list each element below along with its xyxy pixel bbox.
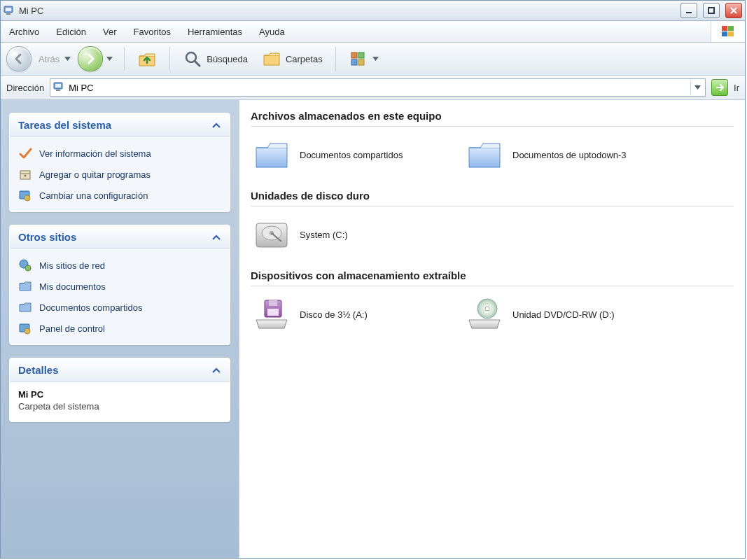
gear-icon (18, 321, 32, 335)
svg-point-32 (485, 307, 489, 311)
menu-edicion[interactable]: Edición (48, 21, 95, 42)
svg-rect-7 (722, 31, 727, 36)
address-bar: Dirección Ir (1, 76, 745, 100)
svg-rect-12 (351, 59, 357, 65)
folders-icon (262, 49, 281, 69)
svg-rect-10 (351, 52, 357, 58)
svg-point-18 (25, 175, 27, 177)
link-network-places[interactable]: Mis sitios de red (17, 255, 223, 276)
panel-header-details[interactable]: Detalles (10, 358, 230, 382)
item-label: Disco de 3½ (A:) (300, 309, 368, 320)
up-button[interactable] (132, 46, 162, 71)
panel-title: Otros sitios (18, 231, 76, 243)
folder-icon (18, 300, 32, 314)
hdd-icon (252, 215, 291, 254)
floppy-drive-icon (252, 295, 291, 334)
panel-title: Detalles (18, 364, 59, 376)
views-button[interactable] (343, 46, 384, 71)
item-label: Unidad DVD/CD-RW (D:) (512, 309, 615, 320)
svg-rect-6 (728, 26, 734, 31)
gear-icon (18, 188, 32, 202)
titlebar: Mi PC (1, 1, 745, 21)
window-title: Mi PC (19, 6, 43, 16)
menu-herramientas[interactable]: Herramientas (179, 21, 251, 42)
back-history-dropdown[interactable] (64, 57, 71, 61)
item-user-documents[interactable]: Documentos de uptodown-3 (463, 131, 662, 178)
svg-rect-13 (358, 59, 364, 65)
svg-rect-11 (358, 52, 364, 58)
link-control-panel[interactable]: Panel de control (17, 318, 223, 339)
minimize-button[interactable] (680, 3, 697, 18)
task-label: Ver información del sistema (39, 148, 151, 159)
folders-label: Carpetas (286, 54, 323, 64)
go-button[interactable] (711, 79, 728, 96)
folder-icon (252, 135, 291, 174)
svg-rect-5 (722, 26, 727, 31)
menu-ver[interactable]: Ver (95, 21, 125, 42)
svg-rect-1 (6, 8, 11, 11)
svg-rect-30 (267, 309, 279, 316)
panel-other-places: Otros sitios Mis sitios de red (9, 225, 230, 345)
address-input[interactable] (67, 82, 687, 94)
chevron-up-icon (211, 119, 221, 131)
content-area: Archivos almacenados en este equipo Docu… (239, 100, 745, 558)
item-label: Documentos compartidos (300, 150, 403, 160)
dvd-drive-icon (465, 295, 504, 334)
folder-icon (18, 279, 32, 293)
item-floppy-a[interactable]: Disco de 3½ (A:) (251, 290, 449, 338)
chevron-up-icon (211, 231, 221, 243)
chevron-down-icon (372, 57, 379, 61)
folder-up-icon (137, 49, 157, 69)
group-header-stored-files: Archivos almacenados en este equipo (251, 107, 734, 127)
panel-title: Tareas del sistema (18, 119, 111, 131)
address-label: Dirección (6, 83, 44, 93)
tasks-pane: Tareas del sistema Ver información del s… (1, 100, 239, 558)
back-button[interactable] (6, 46, 32, 71)
link-my-documents[interactable]: Mis documentos (17, 276, 223, 297)
details-name: Mi PC (18, 389, 221, 400)
search-button[interactable]: Búsqueda (177, 46, 253, 71)
svg-point-22 (25, 265, 31, 271)
search-icon (183, 49, 202, 69)
task-change-setting[interactable]: Cambiar una configuración (17, 185, 223, 206)
forward-button[interactable] (78, 46, 103, 71)
item-label: System (C:) (300, 230, 348, 240)
details-subtitle: Carpeta del sistema (18, 401, 221, 412)
link-shared-documents[interactable]: Documentos compartidos (17, 297, 223, 318)
menu-ayuda[interactable]: Ayuda (251, 21, 293, 42)
address-combo[interactable] (50, 78, 706, 97)
svg-rect-16 (56, 90, 60, 91)
item-dvd-d[interactable]: Unidad DVD/CD-RW (D:) (463, 290, 662, 338)
item-label: Documentos de uptodown-3 (512, 150, 627, 160)
item-shared-documents[interactable]: Documentos compartidos (251, 131, 449, 178)
group-header-removable: Dispositivos con almacenamiento extraíbl… (251, 267, 734, 286)
item-drive-c[interactable]: System (C:) (251, 211, 449, 258)
svg-rect-4 (708, 8, 714, 13)
close-button[interactable] (725, 3, 742, 18)
go-label: Ir (734, 83, 739, 93)
svg-rect-8 (728, 31, 734, 36)
folders-button[interactable]: Carpetas (256, 46, 328, 71)
panel-system-tasks: Tareas del sistema Ver información del s… (9, 113, 230, 212)
task-label: Mis sitios de red (39, 260, 105, 271)
menu-favoritos[interactable]: Favoritos (125, 21, 179, 42)
svg-rect-3 (686, 12, 692, 13)
task-add-remove-programs[interactable]: Agregar o quitar programas (17, 164, 223, 185)
chevron-up-icon (211, 364, 221, 376)
address-dropdown[interactable] (690, 80, 704, 94)
menu-archivo[interactable]: Archivo (1, 21, 48, 42)
svg-rect-15 (55, 84, 61, 88)
panel-header-other-places[interactable]: Otros sitios (10, 225, 230, 249)
panel-header-system-tasks[interactable]: Tareas del sistema (10, 113, 230, 137)
maximize-button[interactable] (703, 3, 720, 18)
svg-rect-2 (6, 13, 11, 15)
back-label: Atrás (39, 54, 60, 64)
task-label: Panel de control (39, 323, 105, 334)
svg-point-20 (25, 195, 30, 201)
svg-point-24 (25, 328, 30, 334)
task-label: Mis documentos (39, 281, 106, 292)
panel-details: Detalles Mi PC Carpeta del sistema (9, 358, 230, 422)
windows-logo-icon (711, 21, 745, 42)
task-system-info[interactable]: Ver información del sistema (17, 143, 223, 164)
forward-history-dropdown[interactable] (106, 57, 113, 61)
